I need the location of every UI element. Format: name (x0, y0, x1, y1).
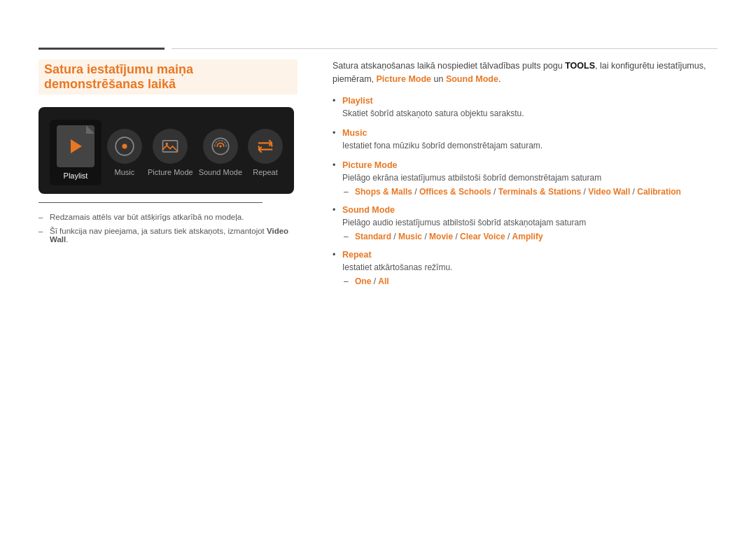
play-triangle-icon (71, 139, 82, 153)
playlist-desc: Skatiet šobrīd atskaņoto satura objektu … (342, 108, 524, 118)
picture-mode-link: Picture Mode (377, 74, 432, 84)
repeat-sub-list: One / All (342, 276, 718, 286)
repeat-label: Repeat (253, 168, 277, 176)
media-item-picture-mode[interactable]: Picture Mode (148, 129, 193, 176)
top-line-light (172, 48, 718, 49)
repeat-desc: Iestatiet atkārtošanas režīmu. (342, 262, 452, 272)
svg-point-4 (166, 143, 169, 146)
list-item-music: Music Iestatiet fona mūziku šobrīd demon… (332, 128, 718, 152)
right-column: Satura atskaņošanas laikā nospiediet tāl… (332, 59, 718, 295)
left-column: Satura iestatījumu maiņa demonstrēšanas … (38, 59, 298, 249)
playlist-wrapper: Playlist (50, 120, 102, 185)
amplify-link: Amplify (512, 232, 543, 241)
picture-mode-label: Picture Mode (148, 168, 193, 176)
notes-divider (38, 202, 262, 203)
sound-mode-label: Sound Mode (199, 168, 242, 176)
picture-mode-sub-list: Shops & Malls / Offices & Schools / Term… (342, 187, 718, 197)
all-link: All (378, 276, 388, 286)
note-video-wall-link: Video Wall (50, 227, 288, 244)
list-item-sound-mode: Sound Mode Pielāgo audio iestatījumus at… (332, 205, 718, 241)
media-panel: Playlist Music (38, 107, 294, 194)
sound-mode-title: Sound Mode (342, 205, 718, 215)
picture-mode-options: Shops & Malls / Offices & Schools / Term… (342, 187, 718, 197)
picture-mode-title: Picture Mode (342, 160, 718, 170)
picture-mode-desc: Pielāgo ekrāna iestatījumus atbilstoši š… (342, 173, 601, 183)
playlist-icon (57, 125, 94, 167)
standard-link: Standard (355, 232, 391, 241)
list-item-playlist: Playlist Skatiet šobrīd atskaņoto satura… (332, 96, 718, 120)
clear-voice-link: Clear Voice (460, 232, 505, 241)
features-list: Playlist Skatiet šobrīd atskaņoto satura… (332, 96, 718, 286)
playlist-title: Playlist (342, 96, 718, 106)
sound-mode-link: Sound Mode (446, 74, 498, 84)
media-item-sound-mode[interactable]: Sound Mode (199, 129, 242, 176)
note-2: Šī funkcija nav pieejama, ja saturs tiek… (38, 227, 298, 244)
calibration-link: Calibration (637, 187, 681, 197)
intro-paragraph: Satura atskaņošanas laikā nospiediet tāl… (332, 59, 718, 86)
one-link: One (355, 276, 371, 286)
repeat-options: One / All (342, 276, 718, 286)
note-1: Redzamais attēls var būt atšķirīgs atkar… (38, 213, 298, 221)
music-title: Music (342, 128, 718, 138)
section-title: Satura iestatījumu maiņa demonstrēšanas … (38, 59, 298, 94)
list-item-repeat: Repeat Iestatiet atkārtošanas režīmu. On… (332, 250, 718, 286)
playlist-label: Playlist (64, 171, 88, 180)
terminals-stations-link: Terminals & Stations (498, 187, 581, 197)
picture-mode-icon (153, 129, 188, 164)
top-line-dark (38, 48, 164, 50)
music-icon (107, 129, 142, 164)
list-item-picture-mode: Picture Mode Pielāgo ekrāna iestatījumus… (332, 160, 718, 197)
svg-point-2 (124, 146, 125, 147)
video-wall-link: Video Wall (588, 187, 630, 197)
media-item-music[interactable]: Music (107, 129, 142, 176)
repeat-title: Repeat (342, 250, 718, 260)
media-item-repeat[interactable]: Repeat (248, 129, 283, 176)
notes-area: Redzamais attēls var būt atšķirīgs atkar… (38, 213, 298, 244)
svg-point-6 (219, 145, 222, 148)
sound-mode-sub-list: Standard / Music / Movie / Clear Voice /… (342, 232, 718, 241)
svg-rect-3 (163, 141, 178, 152)
sound-mode-icon (203, 129, 238, 164)
repeat-icon (248, 129, 283, 164)
tools-bold: TOOLS (565, 61, 595, 71)
movie-link: Movie (429, 232, 453, 241)
music-sound-link: Music (398, 232, 422, 241)
sound-mode-options: Standard / Music / Movie / Clear Voice /… (342, 232, 718, 241)
top-divider (38, 48, 718, 50)
shops-malls-link: Shops & Malls (355, 187, 412, 197)
music-desc: Iestatiet fona mūziku šobrīd demonstrēta… (342, 141, 542, 150)
media-icons-row: Playlist Music (47, 120, 286, 185)
media-item-playlist[interactable]: Playlist (50, 120, 102, 185)
offices-schools-link: Offices & Schools (419, 187, 491, 197)
music-label: Music (115, 168, 135, 176)
sound-mode-desc: Pielāgo audio iestatījumus atbilstoši šo… (342, 218, 586, 227)
